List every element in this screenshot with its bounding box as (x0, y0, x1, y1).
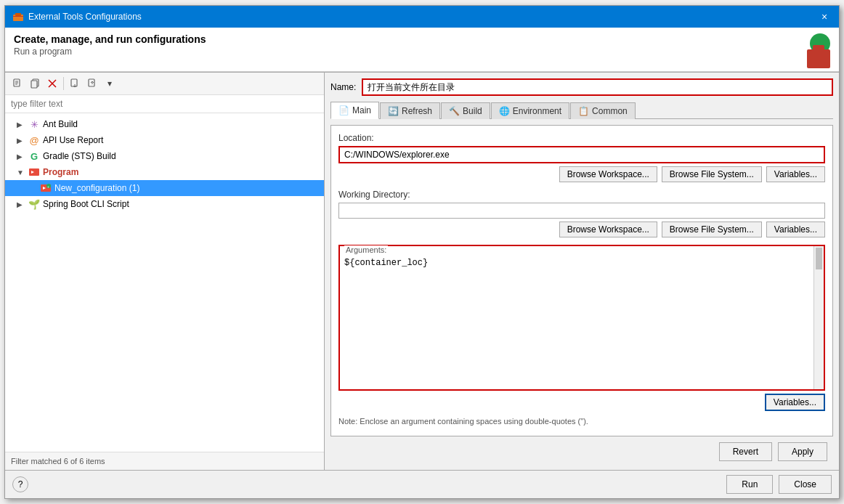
config-icon: + (40, 182, 52, 194)
dialog-icon (12, 11, 24, 23)
tab-environment[interactable]: 🌐 Environment (491, 102, 569, 119)
footer-close-button[interactable]: Close (779, 475, 832, 494)
browse-filesystem-2-button[interactable]: Browse File System... (662, 221, 762, 237)
main-tab-icon: 📄 (338, 105, 349, 115)
location-label: Location: (338, 133, 825, 143)
main-tab-content: Location: Browse Workspace... Browse Fil… (330, 125, 833, 436)
variables-1-button[interactable]: Variables... (766, 166, 825, 182)
tree-item-gradle[interactable]: ▶ G Gradle (STS) Build (5, 148, 324, 164)
tab-build[interactable]: 🔨 Build (441, 102, 490, 119)
expand-icon: ▼ (17, 168, 25, 176)
variables-3-button[interactable]: Variables... (765, 394, 825, 411)
common-tab-icon: 📋 (578, 106, 589, 116)
toolbar-separator (63, 77, 64, 90)
arguments-section: Arguments: ${container_loc} Variables...… (338, 245, 825, 428)
expand-icon: ▶ (17, 200, 25, 208)
external-tools-dialog: External Tools Configurations × Create, … (4, 5, 840, 499)
arguments-scrollbar[interactable] (813, 246, 824, 389)
dialog-footer: ? Run Close (5, 470, 839, 498)
revert-button[interactable]: Revert (719, 442, 772, 461)
tab-main-label: Main (352, 105, 371, 115)
arguments-box: Arguments: ${container_loc} (338, 245, 825, 391)
name-input[interactable] (362, 78, 833, 96)
header-title: Create, manage, and run configurations (14, 33, 206, 45)
expand-icon: ▶ (17, 137, 25, 145)
tab-refresh-label: Refresh (402, 106, 432, 116)
gradle-icon: G (28, 150, 40, 162)
tree-item-label: Program (43, 167, 78, 177)
export-button[interactable] (67, 76, 83, 92)
dropdown-button[interactable]: ▾ (102, 76, 118, 92)
program-icon (28, 166, 40, 178)
expand-icon: ▶ (17, 121, 25, 129)
filter-status: Filter matched 6 of 6 items (11, 457, 105, 466)
header-text: Create, manage, and run configurations R… (14, 33, 206, 57)
location-row (338, 146, 825, 163)
tabs: 📄 Main 🔄 Refresh 🔨 Build 🌐 Environment 📋 (330, 102, 833, 119)
title-bar-left: External Tools Configurations (12, 11, 142, 23)
tab-common-label: Common (592, 106, 628, 116)
run-button[interactable]: Run (726, 475, 773, 494)
apply-button[interactable]: Apply (778, 442, 827, 461)
right-panel: Name: 📄 Main 🔄 Refresh 🔨 Build 🌐 (325, 73, 839, 470)
logo-toolbox (807, 49, 830, 68)
api-icon: @ (28, 134, 40, 146)
left-footer: Filter matched 6 of 6 items (5, 452, 324, 470)
tree-item-label: New_configuration (1) (54, 183, 139, 193)
working-dir-section: Working Directory: Browse Workspace... B… (338, 190, 825, 237)
tab-common[interactable]: 📋 Common (570, 102, 636, 119)
svg-rect-8 (31, 81, 37, 88)
build-tab-icon: 🔨 (449, 106, 460, 116)
ant-build-icon: ✳ (28, 118, 40, 130)
expand-icon: ▶ (17, 153, 25, 160)
browse-filesystem-1-button[interactable]: Browse File System... (662, 166, 762, 182)
tree-item-label: API Use Report (43, 135, 103, 145)
location-input[interactable] (338, 146, 825, 163)
arguments-btn-row: Variables... (338, 394, 825, 411)
scrollbar-thumb (816, 248, 822, 269)
tree-area: ▶ ✳ Ant Build ▶ @ API Use Report ▶ G Gra… (5, 113, 324, 452)
tab-main[interactable]: 📄 Main (330, 102, 379, 119)
delete-config-button[interactable] (44, 76, 60, 92)
refresh-tab-icon: 🔄 (388, 106, 399, 116)
browse-workspace-1-button[interactable]: Browse Workspace... (559, 166, 657, 182)
footer-buttons: Run Close (726, 475, 832, 494)
name-row: Name: (330, 78, 833, 96)
svg-text:+: + (47, 184, 49, 189)
tree-item-api-use-report[interactable]: ▶ @ API Use Report (5, 132, 324, 148)
dialog-title: External Tools Configurations (28, 12, 142, 22)
name-label: Name: (330, 82, 356, 92)
variables-2-button[interactable]: Variables... (766, 221, 825, 237)
copy-config-button[interactable] (27, 76, 43, 92)
toolbar: ▾ (5, 73, 324, 95)
tree-item-label: Gradle (STS) Build (43, 151, 116, 161)
browse-workspace-2-button[interactable]: Browse Workspace... (559, 221, 657, 237)
tree-item-program[interactable]: ▼ Program (5, 164, 324, 180)
filter-input[interactable] (5, 95, 324, 113)
logo (795, 33, 830, 68)
arguments-textarea[interactable]: ${container_loc} (340, 246, 824, 389)
svg-rect-2 (13, 16, 23, 17)
close-button[interactable]: × (817, 9, 832, 24)
svg-rect-1 (15, 13, 21, 16)
header-subtitle: Run a program (14, 46, 206, 57)
location-section: Location: Browse Workspace... Browse Fil… (338, 133, 825, 182)
working-dir-input[interactable] (338, 203, 825, 219)
working-dir-label: Working Directory: (338, 190, 825, 200)
import-button[interactable] (84, 76, 100, 92)
tab-build-label: Build (463, 106, 482, 116)
tab-environment-label: Environment (513, 106, 561, 116)
tree-item-new-config[interactable]: + New_configuration (1) (5, 180, 324, 196)
left-panel: ▾ ▶ ✳ Ant Build ▶ @ API Use Report ▶ G (5, 73, 325, 470)
tab-refresh[interactable]: 🔄 Refresh (380, 102, 440, 119)
location-btn-row: Browse Workspace... Browse File System..… (338, 166, 825, 182)
tree-item-ant-build[interactable]: ▶ ✳ Ant Build (5, 116, 324, 132)
working-dir-btn-row: Browse Workspace... Browse File System..… (338, 221, 825, 237)
svg-rect-11 (71, 79, 77, 86)
tree-item-spring-boot[interactable]: ▶ 🌱 Spring Boot CLI Script (5, 196, 324, 212)
help-button[interactable]: ? (12, 476, 28, 492)
tree-item-label: Spring Boot CLI Script (43, 199, 129, 209)
spring-icon: 🌱 (28, 198, 40, 210)
new-config-button[interactable] (9, 76, 25, 92)
content-area: ▾ ▶ ✳ Ant Build ▶ @ API Use Report ▶ G (5, 72, 839, 470)
